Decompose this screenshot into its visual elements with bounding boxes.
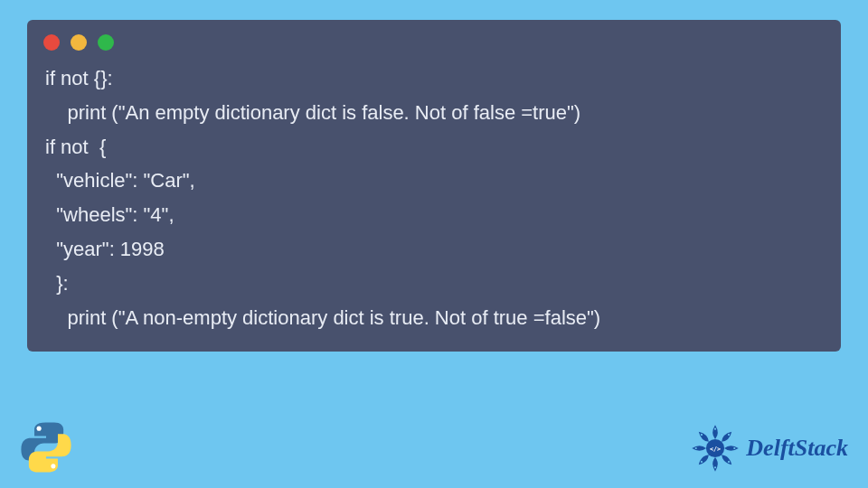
minimize-icon <box>71 34 87 51</box>
window-titlebar <box>27 20 841 60</box>
svg-text:</>: </> <box>710 446 721 453</box>
brand: </> DelftStack <box>690 423 848 474</box>
python-logo-icon <box>18 419 74 475</box>
code-window: if not {}: print ("An empty dictionary d… <box>27 20 841 352</box>
maximize-icon <box>98 34 114 51</box>
svg-point-2 <box>714 428 716 430</box>
svg-point-1 <box>51 464 55 468</box>
brand-name: DelftStack <box>746 435 848 462</box>
code-block: if not {}: print ("An empty dictionary d… <box>27 60 841 335</box>
brand-mandala-icon: </> <box>690 423 741 474</box>
svg-point-0 <box>37 427 42 431</box>
close-icon <box>43 34 60 51</box>
